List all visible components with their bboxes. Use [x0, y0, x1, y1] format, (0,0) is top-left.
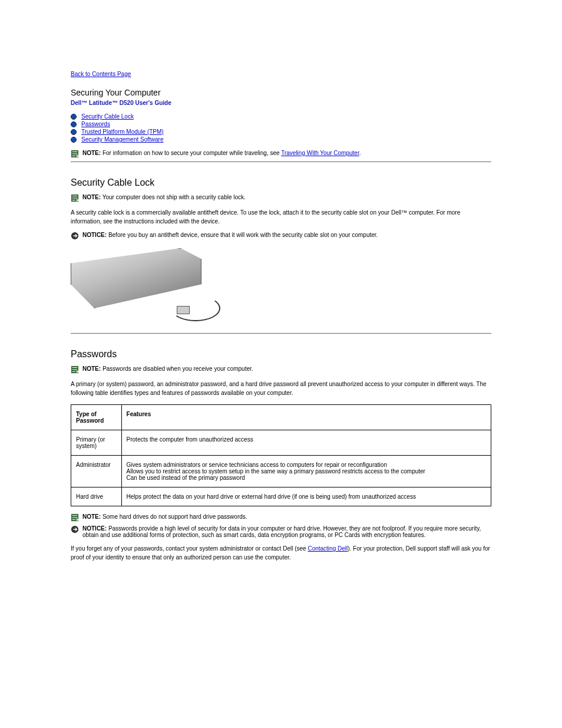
toc-item: Trusted Platform Module (TPM)	[71, 129, 491, 135]
note-text: NOTE: Passwords are disabled when you re…	[82, 365, 253, 372]
toc-link-tpm[interactable]: Trusted Platform Module (TPM)	[81, 129, 164, 135]
password-types-table: Type of Password Features Primary (or sy…	[71, 404, 491, 506]
note-icon	[71, 513, 79, 522]
note-text: NOTE: Some hard drives do not support ha…	[82, 513, 247, 520]
divider	[71, 333, 491, 334]
toc-link-security-cable-lock[interactable]: Security Cable Lock	[81, 113, 134, 120]
back-to-contents-link[interactable]: Back to Contents Page	[71, 71, 131, 77]
toc-item: Passwords	[71, 121, 491, 127]
note-icon	[71, 194, 79, 202]
passwords-note: NOTE: Passwords are disabled when you re…	[71, 365, 491, 374]
note-text: NOTE: For information on how to secure y…	[82, 150, 361, 156]
table-header-type: Type of Password	[71, 405, 122, 430]
cell-features: Helps protect the data on your hard driv…	[121, 487, 491, 506]
table-row: Administrator Gives system administrator…	[71, 456, 491, 487]
toc-link-passwords[interactable]: Passwords	[81, 121, 110, 127]
bullet-icon	[71, 121, 77, 127]
notice-text: NOTICE: Before you buy an antitheft devi…	[82, 232, 378, 238]
note-text: NOTE: Your computer does not ship with a…	[82, 194, 246, 200]
hard-drive-note: NOTE: Some hard drives do not support ha…	[71, 513, 491, 522]
passwords-intro-paragraph: A primary (or system) password, an admin…	[71, 380, 491, 397]
toc-item: Security Cable Lock	[71, 113, 491, 120]
toc-link-security-management-software[interactable]: Security Management Software	[81, 136, 164, 143]
notice-icon	[71, 525, 79, 533]
document-subtitle: Dell™ Latitude™ D520 User's Guide	[71, 100, 491, 106]
divider	[71, 162, 491, 162]
bullet-icon	[71, 114, 77, 120]
cable-lock-note: NOTE: Your computer does not ship with a…	[71, 194, 491, 202]
heading-security-cable-lock: Security Cable Lock	[71, 177, 491, 188]
table-row: Primary (or system) Protects the compute…	[71, 430, 491, 456]
notice-text: NOTICE: Passwords provide a high level o…	[82, 525, 491, 538]
bullet-icon	[71, 137, 77, 143]
table-of-contents: Security Cable Lock Passwords Trusted Pl…	[71, 113, 491, 143]
cell-password-type: Hard drive	[71, 487, 122, 506]
intro-note: NOTE: For information on how to secure y…	[71, 150, 491, 158]
heading-passwords: Passwords	[71, 349, 491, 360]
toc-item: Security Management Software	[71, 136, 491, 143]
cell-features: Gives system administrators or service t…	[121, 456, 491, 487]
table-header-features: Features	[121, 405, 491, 430]
traveling-link[interactable]: Traveling With Your Computer	[281, 150, 359, 156]
page-title: Securing Your Computer	[71, 88, 491, 97]
passwords-notice: NOTICE: Passwords provide a high level o…	[71, 525, 491, 538]
contacting-dell-link[interactable]: Contacting Dell	[308, 545, 348, 552]
note-icon	[71, 365, 79, 374]
cell-password-type: Administrator	[71, 456, 122, 487]
bullet-icon	[71, 129, 77, 135]
notice-icon	[71, 232, 79, 240]
cell-password-type: Primary (or system)	[71, 430, 122, 456]
note-icon	[71, 150, 79, 158]
cable-lock-notice: NOTICE: Before you buy an antitheft devi…	[71, 232, 491, 240]
forgot-password-paragraph: If you forget any of your passwords, con…	[71, 544, 491, 562]
cell-features: Protects the computer from unauthorized …	[121, 430, 491, 456]
table-row: Hard drive Helps protect the data on you…	[71, 487, 491, 506]
cable-lock-paragraph: A security cable lock is a commercially …	[71, 208, 491, 226]
laptop-cable-lock-image	[71, 248, 224, 325]
